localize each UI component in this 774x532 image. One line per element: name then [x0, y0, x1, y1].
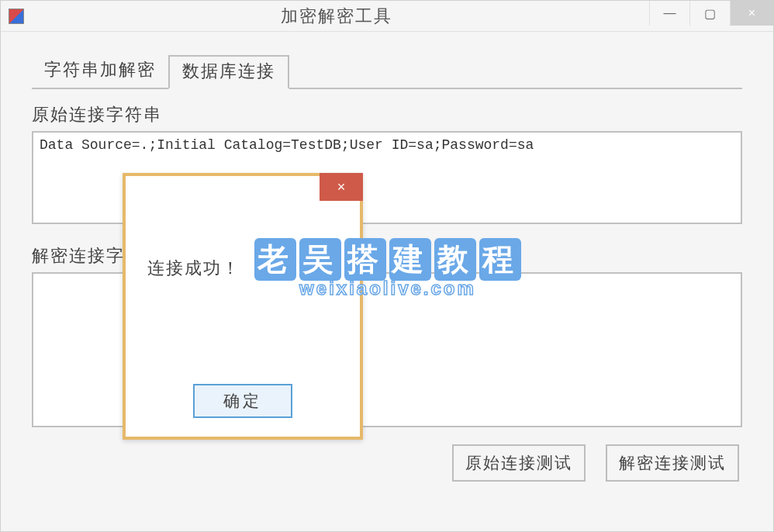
dialog-footer: 确定: [126, 384, 360, 418]
tab-strip: 字符串加解密 数据库连接: [32, 54, 773, 88]
test-decrypted-button[interactable]: 解密连接测试: [606, 444, 739, 482]
titlebar: 加密解密工具 — ▢ ×: [1, 1, 773, 32]
close-button[interactable]: ×: [730, 1, 773, 26]
tab-string-crypto[interactable]: 字符串加解密: [32, 55, 168, 88]
button-row: 原始连接测试 解密连接测试: [32, 444, 742, 482]
window-title: 加密解密工具: [24, 5, 649, 28]
dialog-titlebar: ×: [126, 176, 360, 210]
window-controls: — ▢ ×: [649, 1, 773, 31]
maximize-button[interactable]: ▢: [689, 1, 730, 26]
test-original-button[interactable]: 原始连接测试: [452, 444, 586, 482]
minimize-button[interactable]: —: [649, 1, 689, 26]
original-conn-label: 原始连接字符串: [32, 103, 742, 126]
dialog-ok-button[interactable]: 确定: [193, 384, 292, 418]
tab-db-connection[interactable]: 数据库连接: [168, 55, 289, 89]
app-icon: [9, 9, 24, 24]
dialog-message: 连接成功！: [126, 210, 360, 280]
main-window: 加密解密工具 — ▢ × 字符串加解密 数据库连接 原始连接字符串 解密连接字符…: [0, 0, 774, 532]
dialog-close-button[interactable]: ×: [320, 173, 363, 201]
message-dialog: × 连接成功！ 确定: [123, 173, 363, 440]
